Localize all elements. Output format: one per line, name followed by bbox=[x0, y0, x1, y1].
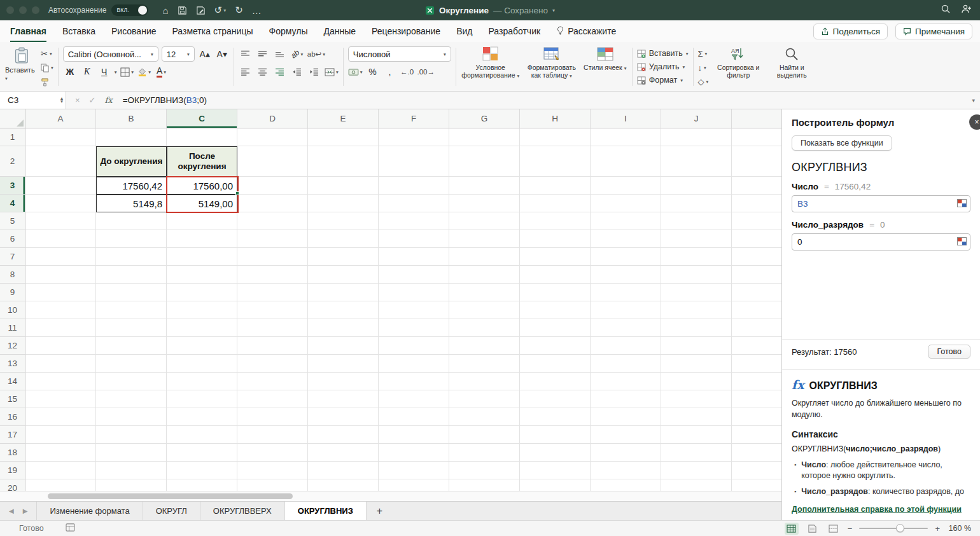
cell-E10[interactable] bbox=[308, 301, 379, 319]
format-painter-button[interactable] bbox=[41, 76, 53, 88]
cell-C12[interactable] bbox=[167, 337, 237, 355]
cell-B17[interactable] bbox=[96, 426, 167, 444]
more-commands-icon[interactable]: … bbox=[252, 5, 262, 16]
name-box-stepper[interactable]: ▴▾ bbox=[60, 97, 63, 104]
underline-button[interactable]: Ч bbox=[97, 64, 111, 79]
cell-F11[interactable] bbox=[379, 319, 449, 337]
next-sheet-button[interactable]: ▶ bbox=[23, 507, 28, 514]
cell-H5[interactable] bbox=[520, 212, 591, 230]
cancel-entry-icon[interactable]: × bbox=[75, 95, 80, 105]
align-bottom-icon[interactable] bbox=[273, 46, 287, 62]
cell-H6[interactable] bbox=[520, 230, 591, 248]
row-header-20[interactable]: 20 bbox=[0, 479, 25, 491]
column-header-C[interactable]: C bbox=[167, 109, 237, 128]
cell-E3[interactable] bbox=[308, 177, 379, 195]
cell-J8[interactable] bbox=[661, 266, 732, 284]
cell-I17[interactable] bbox=[591, 426, 661, 444]
sheet-tab-ОКРУГЛВНИЗ[interactable]: ОКРУГЛВНИЗ bbox=[285, 502, 367, 520]
cell-D16[interactable] bbox=[237, 408, 308, 426]
menu-tab-Разметка страницы[interactable]: Разметка страницы bbox=[172, 20, 253, 42]
font-size-select[interactable]: 12▾ bbox=[162, 46, 195, 62]
row-header-16[interactable]: 16 bbox=[0, 408, 25, 426]
cell-F9[interactable] bbox=[379, 284, 449, 301]
row-header-12[interactable]: 12 bbox=[0, 337, 25, 355]
cell-B10[interactable] bbox=[96, 301, 167, 319]
cell-J17[interactable] bbox=[661, 426, 732, 444]
cell-I6[interactable] bbox=[591, 230, 661, 248]
cell-I5[interactable] bbox=[591, 212, 661, 230]
cell-G1[interactable] bbox=[449, 128, 520, 146]
cell-B4[interactable]: 5149,8 bbox=[96, 195, 167, 212]
cell-F17[interactable] bbox=[379, 426, 449, 444]
cell-J4[interactable] bbox=[661, 195, 732, 212]
cell-E4[interactable] bbox=[308, 195, 379, 212]
cell-E6[interactable] bbox=[308, 230, 379, 248]
cell-H7[interactable] bbox=[520, 248, 591, 266]
cell-J14[interactable] bbox=[661, 373, 732, 390]
cell-H4[interactable] bbox=[520, 195, 591, 212]
cell-E1[interactable] bbox=[308, 128, 379, 146]
cell-J1[interactable] bbox=[661, 128, 732, 146]
column-header-G[interactable]: G bbox=[449, 109, 520, 128]
cell-G9[interactable] bbox=[449, 284, 520, 301]
row-header-4[interactable]: 4 bbox=[0, 195, 25, 212]
cell-G19[interactable] bbox=[449, 462, 520, 479]
align-left-icon[interactable] bbox=[239, 64, 253, 79]
more-help-link[interactable]: Дополнительная справка по этой функции bbox=[792, 505, 970, 514]
cell-A11[interactable] bbox=[25, 319, 96, 337]
show-all-functions-button[interactable]: Показать все функции bbox=[792, 135, 892, 151]
cell-C14[interactable] bbox=[167, 373, 237, 390]
expand-formula-bar-icon[interactable]: ▾ bbox=[972, 97, 975, 104]
column-header-E[interactable]: E bbox=[308, 109, 379, 128]
cell-F7[interactable] bbox=[379, 248, 449, 266]
cell-F12[interactable] bbox=[379, 337, 449, 355]
column-header-H[interactable]: H bbox=[520, 109, 591, 128]
cell-E2[interactable] bbox=[308, 146, 379, 177]
cell-B13[interactable] bbox=[96, 355, 167, 373]
cell-F2[interactable] bbox=[379, 146, 449, 177]
menu-tab-Рисование[interactable]: Рисование bbox=[111, 20, 157, 42]
cell-H8[interactable] bbox=[520, 266, 591, 284]
cell-D13[interactable] bbox=[237, 355, 308, 373]
cell-G20[interactable] bbox=[449, 479, 520, 491]
cell-H9[interactable] bbox=[520, 284, 591, 301]
cell-B20[interactable] bbox=[96, 479, 167, 491]
decrease-font-size-button[interactable]: А▾ bbox=[215, 46, 229, 62]
row-header-10[interactable]: 10 bbox=[0, 301, 25, 319]
percent-style-button[interactable]: % bbox=[366, 64, 380, 79]
cell-D14[interactable] bbox=[237, 373, 308, 390]
page-layout-view-button[interactable] bbox=[806, 523, 820, 535]
menu-tab-Рецензирование[interactable]: Рецензирование bbox=[372, 20, 440, 42]
comments-button[interactable]: Примечания bbox=[895, 24, 972, 39]
cell-G10[interactable] bbox=[449, 301, 520, 319]
font-color-button[interactable]: А ▾ bbox=[155, 64, 169, 79]
increase-decimal-button[interactable]: ←.0 bbox=[400, 64, 414, 79]
horizontal-scrollbar[interactable] bbox=[0, 491, 781, 501]
paste-button[interactable]: Вставить ▾ bbox=[5, 45, 38, 88]
cell-F5[interactable] bbox=[379, 212, 449, 230]
menu-tab-Разработчик[interactable]: Разработчик bbox=[488, 20, 540, 42]
zoom-slider-thumb[interactable] bbox=[896, 524, 904, 532]
cell-F10[interactable] bbox=[379, 301, 449, 319]
cell-C17[interactable] bbox=[167, 426, 237, 444]
row-header-9[interactable]: 9 bbox=[0, 284, 25, 301]
sheet-tab-ОКРУГЛВВЕРХ[interactable]: ОКРУГЛВВЕРХ bbox=[200, 502, 285, 520]
cell-C5[interactable] bbox=[167, 212, 237, 230]
cell-J3[interactable] bbox=[661, 177, 732, 195]
cell-G11[interactable] bbox=[449, 319, 520, 337]
cell-I11[interactable] bbox=[591, 319, 661, 337]
menu-tab-Вид[interactable]: Вид bbox=[456, 20, 472, 42]
cell-I12[interactable] bbox=[591, 337, 661, 355]
menu-tab-Вставка[interactable]: Вставка bbox=[62, 20, 95, 42]
cell-A9[interactable] bbox=[25, 284, 96, 301]
cell-A20[interactable] bbox=[25, 479, 96, 491]
wrap-text-button[interactable]: ab↩▾ bbox=[307, 46, 325, 62]
bold-button[interactable]: Ж bbox=[63, 64, 77, 79]
cell-H17[interactable] bbox=[520, 426, 591, 444]
cell-I2[interactable] bbox=[591, 146, 661, 177]
cell-B19[interactable] bbox=[96, 462, 167, 479]
row-header-11[interactable]: 11 bbox=[0, 319, 25, 337]
conditional-formatting-button[interactable]: Условное форматирование ▾ bbox=[461, 45, 521, 88]
cell-I14[interactable] bbox=[591, 373, 661, 390]
cell-J15[interactable] bbox=[661, 390, 732, 408]
